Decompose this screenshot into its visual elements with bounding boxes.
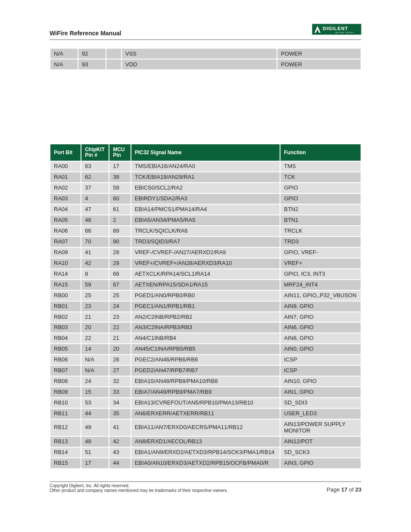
table-cell: 44 <box>109 458 131 469</box>
table-cell: AIN6, GPIO <box>280 322 361 333</box>
table-cell: AN2/C2INB/RPB2/RB2 <box>131 312 280 323</box>
table-cell: 46 <box>81 215 109 226</box>
table-cell: RB07 <box>50 365 81 376</box>
table-cell: 59 <box>109 183 131 193</box>
table-cell: 22 <box>81 333 109 344</box>
table-cell: 42 <box>81 258 109 269</box>
table-cell: RB14 <box>50 447 81 458</box>
table-cell: VREF+/CVREF+/AN28/AERXD3/RA10 <box>131 258 280 269</box>
table-cell: ICSP <box>280 365 361 376</box>
table-row: RB002525PGED1/AN0/RPB0/RB0AIN11, GPIO,,P… <box>50 290 361 301</box>
table-row: RA05462EBIA5/AN34/PMA5/RA5BTN1 <box>50 215 361 226</box>
table-cell: RA09 <box>50 247 81 258</box>
th-signal: PIC32 Signal Name <box>131 144 280 161</box>
table-cell: PGED2/AN47/RPB7/RB7 <box>131 365 280 376</box>
table-cell: 62 <box>81 172 109 183</box>
table-cell: N/A <box>81 365 109 376</box>
table-cell: 66 <box>109 269 131 280</box>
table-cell: RA04 <box>50 204 81 215</box>
table-cell: EBIA0/AN10/ERXD3/AETXD2/RPB15/OCFB/PMA0/… <box>131 458 280 469</box>
table-cell: 89 <box>109 226 131 236</box>
table-row: N/A92VSSPOWER <box>50 48 361 59</box>
table-cell: 66 <box>81 226 109 236</box>
table-cell: 8 <box>81 269 109 280</box>
table-cell: 24 <box>109 301 131 312</box>
table-cell: 23 <box>81 301 109 312</box>
table-row: RA104229VREF+/CVREF+/AN28/AERXD3/RA10VRE… <box>50 258 361 269</box>
table-cell: 59 <box>81 280 109 290</box>
table-cell: 48 <box>81 436 109 447</box>
table-cell: 4 <box>81 193 109 204</box>
table-cell: N/A <box>81 355 109 365</box>
table-cell: N/A <box>50 59 78 70</box>
table-cell: 29 <box>109 258 131 269</box>
table-cell: MRF24_INT4 <box>280 280 361 290</box>
table-cell: TMS/EBIA16/AN24/RA0 <box>131 161 280 172</box>
th-mcu-pin: MCU Pin <box>109 144 131 161</box>
table-cell: POWER <box>277 48 361 59</box>
table-cell: 67 <box>109 280 131 290</box>
table-cell: TCK <box>280 172 361 183</box>
top-partial-table: N/A92VSSPOWERN/A93VDDPOWER <box>50 48 361 70</box>
table-cell: RA10 <box>50 258 81 269</box>
table-cell: AN4/C1INB/RB4 <box>131 333 280 344</box>
table-cell: RA15 <box>50 280 81 290</box>
table-cell: TRCLK <box>280 226 361 236</box>
table-row: RA14866AETXCLK/RPA14/SCL1/RA14GPIO, IC3,… <box>50 269 361 280</box>
document-page: WiFire Reference Manual DIGILENT BEYOND … <box>0 0 411 510</box>
table-cell: EBIA1/AN9/ERXD2/AETXD3/RPB14/SCK3/PMA1/R… <box>131 447 280 458</box>
table-cell: RB06 <box>50 355 81 365</box>
table-cell: RB08 <box>50 376 81 387</box>
table-cell: 24 <box>81 376 109 387</box>
table-cell: AN45/C1INA/RPB5/RB5 <box>131 344 280 355</box>
logo-main-text: DIGILENT <box>323 26 348 31</box>
table-row: RA006317TMS/EBIA16/AN24/RA0TMS <box>50 161 361 172</box>
table-cell <box>106 59 121 70</box>
table-cell: AETXCLK/RPA14/SCL1/RA14 <box>131 269 280 280</box>
table-row: RA016238TCK/EBIA19/AN29/RA1TCK <box>50 172 361 183</box>
table-cell: 28 <box>109 247 131 258</box>
th-chipkit-pin: ChipKIT Pin # <box>81 144 109 161</box>
table-cell: 20 <box>109 344 131 355</box>
table-cell: EBIA13/CVREFOUT/AN5/RPB10/PMA13/RB10 <box>131 398 280 408</box>
th-port-bit: Port Bit <box>50 144 81 161</box>
table-cell: 21 <box>109 333 131 344</box>
table-cell: VSS <box>121 48 277 59</box>
table-cell: 33 <box>109 387 131 398</box>
table-header-row: Port Bit ChipKIT Pin # MCU Pin PIC32 Sig… <box>50 144 361 161</box>
table-row: RB012324PGEC1/AN1/RPB1/RB1AIN9, GPIO <box>50 301 361 312</box>
table-cell: 51 <box>81 447 109 458</box>
page-footer: Copyright Digilent, Inc. All rights rese… <box>50 481 361 493</box>
table-cell: RB02 <box>50 312 81 323</box>
table-cell: 61 <box>109 204 131 215</box>
table-cell: AIN7, GPIO <box>280 312 361 323</box>
table-cell: AIN3, GPIO <box>280 458 361 469</box>
th-function: Function <box>280 144 361 161</box>
table-row: RA023759EBICS0/SCL2/RA2GPIO <box>50 183 361 193</box>
table-cell: 23 <box>109 312 131 323</box>
table-cell: 49 <box>81 419 109 436</box>
table-cell: GPIO <box>280 193 361 204</box>
table-row: RB032022AN3/C2INA/RPB3/RB3AIN6, GPIO <box>50 322 361 333</box>
table-cell: EBIA11/AN7/ERXD0/AECRS/PMA11/RB12 <box>131 419 280 436</box>
table-cell: EBIA14/PMCS1/PMA14/RA4 <box>131 204 280 215</box>
table-row: RB022123AN2/C2INB/RPB2/RB2AIN7, GPIO <box>50 312 361 323</box>
table-cell: ICSP <box>280 355 361 365</box>
digilent-logo-svg: DIGILENT BEYOND THEORY <box>312 24 361 35</box>
table-cell: BTN2 <box>280 204 361 215</box>
table-cell: 35 <box>109 408 131 419</box>
table-row: RB042221AN4/C1INB/RB4AIN8, GPIO <box>50 333 361 344</box>
table-row: RA094128VREF-/CVREF-/AN27/AERXD2/RA9GPIO… <box>50 247 361 258</box>
table-cell: 92 <box>78 48 106 59</box>
table-cell: 34 <box>109 398 131 408</box>
table-cell: PGEC2/AN46/RPB6/RB6 <box>131 355 280 365</box>
table-cell: RA00 <box>50 161 81 172</box>
table-cell: 20 <box>81 322 109 333</box>
table-cell: PGEC1/AN1/RPB1/RB1 <box>131 301 280 312</box>
table-cell <box>106 48 121 59</box>
table-cell: RB15 <box>50 458 81 469</box>
table-cell: RB12 <box>50 419 81 436</box>
footer-page-number: Page 17 of 23 <box>327 486 361 493</box>
table-cell: AIN10, GPIO <box>280 376 361 387</box>
table-cell: EBIA5/AN34/PMA5/RA5 <box>131 215 280 226</box>
